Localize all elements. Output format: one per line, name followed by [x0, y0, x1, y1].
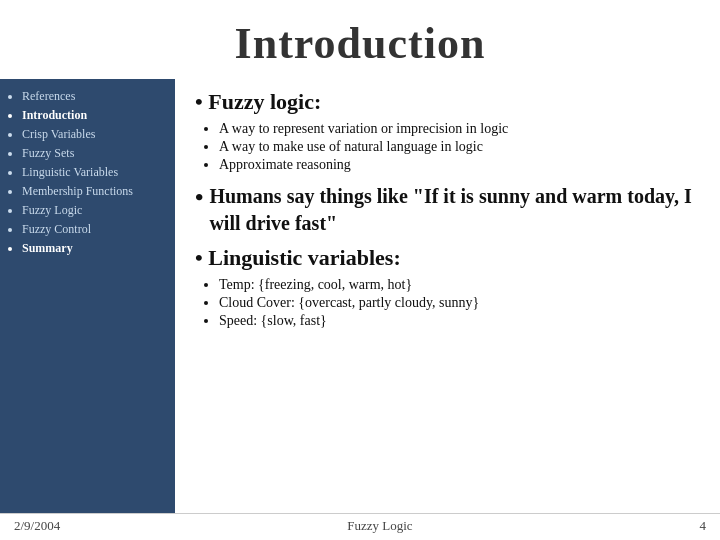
slide-title: Introduction [0, 18, 720, 69]
humans-say-section: • Humans say things like "If it is sunny… [195, 183, 700, 237]
sidebar-item-fuzzy-control[interactable]: Fuzzy Control [22, 220, 169, 238]
bullet-dot-humans: • [195, 183, 203, 212]
footer-date: 2/9/2004 [14, 518, 60, 534]
linguistic-bullets: Temp: {freezing, cool, warm, hot} Cloud … [195, 277, 700, 329]
sidebar-item-summary[interactable]: Summary [22, 239, 169, 257]
fuzzy-bullet-3: Approximate reasoning [219, 157, 700, 173]
bullet-dot-fuzzy: • [195, 89, 208, 114]
sidebar-item-crisp-variables[interactable]: Crisp Variables [22, 125, 169, 143]
sidebar-item-fuzzy-logic[interactable]: Fuzzy Logic [22, 201, 169, 219]
sidebar-item-references[interactable]: References [22, 87, 169, 105]
footer-page: 4 [699, 518, 706, 534]
sidebar-list: References Introduction Crisp Variables … [8, 87, 169, 257]
fuzzy-logic-section: • Fuzzy logic: A way to represent variat… [195, 89, 700, 173]
fuzzy-logic-header: • Fuzzy logic: [195, 89, 700, 115]
fuzzy-bullet-1: A way to represent variation or imprecis… [219, 121, 700, 137]
sidebar-item-fuzzy-sets[interactable]: Fuzzy Sets [22, 144, 169, 162]
fuzzy-bullet-2: A way to make use of natural language in… [219, 139, 700, 155]
footer-subject: Fuzzy Logic [347, 518, 412, 534]
humans-say-text: Humans say things like "If it is sunny a… [209, 183, 700, 237]
bullet-dot-linguistic: • [195, 245, 208, 270]
title-area: Introduction [0, 0, 720, 79]
footer: 2/9/2004 Fuzzy Logic 4 [0, 513, 720, 540]
sidebar: References Introduction Crisp Variables … [0, 79, 175, 513]
content-row: References Introduction Crisp Variables … [0, 79, 720, 513]
linguistic-bullet-2: Cloud Cover: {overcast, partly cloudy, s… [219, 295, 700, 311]
main-content: • Fuzzy logic: A way to represent variat… [175, 79, 710, 513]
linguistic-bullet-3: Speed: {slow, fast} [219, 313, 700, 329]
linguistic-section: • Linguistic variables: Temp: {freezing,… [195, 245, 700, 329]
linguistic-bullet-1: Temp: {freezing, cool, warm, hot} [219, 277, 700, 293]
sidebar-item-membership-functions[interactable]: Membership Functions [22, 182, 169, 200]
sidebar-item-linguistic-variables[interactable]: Linguistic Variables [22, 163, 169, 181]
fuzzy-logic-bullets: A way to represent variation or imprecis… [195, 121, 700, 173]
slide-page: Introduction References Introduction Cri… [0, 0, 720, 540]
linguistic-header: • Linguistic variables: [195, 245, 700, 271]
sidebar-item-introduction[interactable]: Introduction [22, 106, 169, 124]
